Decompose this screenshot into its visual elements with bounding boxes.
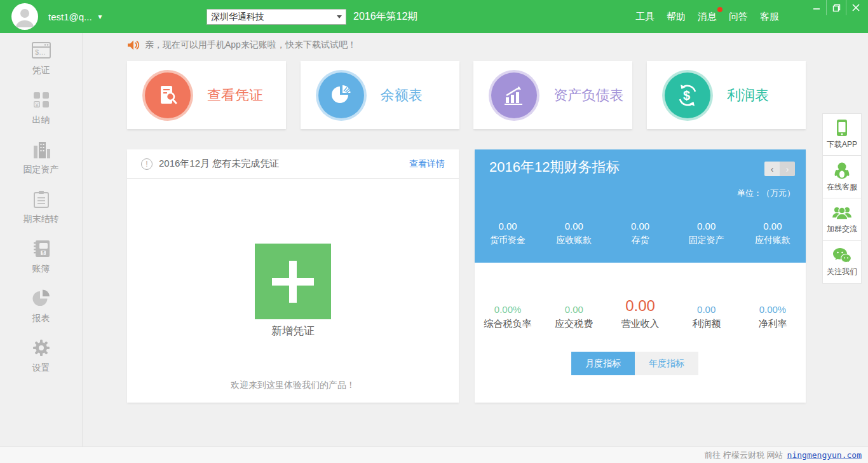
period-closing-icon <box>32 190 50 209</box>
footer: 前往 柠檬云财税 网站 ningmengyun.com <box>0 446 868 463</box>
user-menu[interactable]: test1@q... ▼ <box>48 0 104 33</box>
card-asset-liability[interactable]: 资产负债表 <box>473 61 632 129</box>
sidebar-label: 报表 <box>32 313 50 324</box>
minimize-icon <box>813 4 820 11</box>
menu-help[interactable]: 帮助 <box>665 8 687 25</box>
menu-tools[interactable]: 工具 <box>634 8 656 25</box>
svg-text:$: $ <box>683 88 690 102</box>
sidebar: $… 凭证 ¥ 出纳 固定资产 期末结转 $ 账簿 报表 设置 <box>0 33 83 446</box>
card-label: 利润表 <box>727 86 769 105</box>
asset-liability-icon <box>491 73 537 118</box>
company-select-value: 深圳华通科技 <box>211 11 337 23</box>
minimize-button[interactable] <box>806 0 826 15</box>
menu-qa[interactable]: 问答 <box>728 8 749 25</box>
notice-text: 亲，现在可以用手机App来记账啦，快来下载试试吧！ <box>145 39 356 51</box>
view-voucher-icon <box>145 73 191 118</box>
finance-tabs: 月度指标 年度指标 <box>571 352 698 375</box>
group-icon <box>832 205 852 221</box>
metric-tax-burden-rate: 0.00% 综合税负率 <box>475 297 541 330</box>
carousel-nav: ‹ › <box>764 162 795 176</box>
sidebar-label: 出纳 <box>32 114 50 126</box>
wechat-icon <box>832 247 851 264</box>
svg-text:¥: ¥ <box>34 102 39 108</box>
sidebar-item-settings[interactable]: 设置 <box>0 331 82 380</box>
close-button[interactable] <box>846 0 865 15</box>
cashier-icon: ¥ <box>32 90 50 109</box>
card-label: 资产负债表 <box>553 86 623 105</box>
select-caret-icon <box>337 15 342 18</box>
user-icon <box>14 6 36 29</box>
phone-icon <box>835 119 849 137</box>
window-controls <box>806 0 865 15</box>
card-view-voucher[interactable]: 查看凭证 <box>127 61 286 129</box>
restore-button[interactable] <box>826 0 846 15</box>
menu-messages[interactable]: 消息 <box>696 8 718 25</box>
top-metrics-row: 0.00 货币资金 0.00 应收账款 0.00 存货 0.00 固定资产 0.… <box>475 221 806 246</box>
period-label: 2016年第12期 <box>353 0 417 33</box>
sidebar-item-reports[interactable]: 报表 <box>0 281 82 331</box>
welcome-text: 欢迎来到这里体验我们的产品！ <box>127 380 459 391</box>
app-notice: 亲，现在可以用手机App来记账啦，快来下载试试吧！ <box>127 39 356 51</box>
ledger-icon: $ <box>32 239 51 258</box>
sidebar-item-fixed-assets[interactable]: 固定资产 <box>0 132 82 182</box>
carousel-prev-button[interactable]: ‹ <box>764 162 780 176</box>
svg-text:$: $ <box>42 251 44 255</box>
sidebar-item-period-closing[interactable]: 期末结转 <box>0 182 82 232</box>
profit-sheet-icon: $ <box>665 73 710 118</box>
carousel-next-button[interactable]: › <box>780 162 795 176</box>
unit-label: 单位：（万元） <box>737 188 795 199</box>
widget-download-app[interactable]: 下载APP <box>822 113 862 156</box>
sidebar-item-ledger[interactable]: $ 账簿 <box>0 232 82 281</box>
sidebar-label: 设置 <box>32 363 50 374</box>
metric-monetary-funds: 0.00 货币资金 <box>475 221 541 246</box>
widget-join-group[interactable]: 加群交流 <box>822 198 862 241</box>
card-balance-sheet[interactable]: 余额表 <box>301 61 459 129</box>
voucher-panel-header: ! 2016年12月 您有未完成凭证 查看详情 <box>127 149 459 179</box>
plus-icon <box>272 261 314 303</box>
finance-panel-blue-section: 2016年12期财务指标 ‹ › 单位：（万元） 0.00 货币资金 0.00 … <box>475 149 806 263</box>
restore-icon <box>832 4 841 12</box>
add-voucher-label: 新增凭证 <box>127 324 459 338</box>
chevron-down-icon: ▼ <box>97 13 104 20</box>
voucher-icon: $… <box>32 41 51 60</box>
view-details-link[interactable]: 查看详情 <box>409 158 445 170</box>
card-profit-sheet[interactable]: $ 利润表 <box>647 61 806 129</box>
menu-support[interactable]: 客服 <box>759 8 780 25</box>
widget-online-support[interactable]: 在线客服 <box>822 156 862 198</box>
footer-site-link[interactable]: ningmengyun.com <box>787 450 862 460</box>
widget-label: 下载APP <box>827 139 857 150</box>
tab-monthly-metrics[interactable]: 月度指标 <box>571 352 635 375</box>
sidebar-label: 凭证 <box>32 65 50 76</box>
company-select[interactable]: 深圳华通科技 <box>207 9 346 25</box>
metric-taxes-payable: 0.00 应交税费 <box>541 297 607 330</box>
speaker-icon <box>127 39 140 51</box>
widget-label: 关注我们 <box>827 266 857 277</box>
sidebar-label: 期末结转 <box>24 214 59 225</box>
sidebar-label: 账簿 <box>32 263 50 275</box>
info-icon: ! <box>141 158 153 170</box>
metric-profit: 0.00 利润额 <box>674 297 740 330</box>
tab-yearly-metrics[interactable]: 年度指标 <box>635 352 698 375</box>
balance-sheet-icon <box>318 73 364 118</box>
footer-text: 前往 柠檬云财税 网站 <box>704 450 783 461</box>
titlebar: test1@q... ▼ 深圳华通科技 2016年第12期 工具 帮助 消息 问… <box>0 0 868 33</box>
fixed-assets-icon <box>32 140 51 159</box>
metric-inventory: 0.00 存货 <box>607 221 673 246</box>
sidebar-item-cashier[interactable]: ¥ 出纳 <box>0 83 82 132</box>
sidebar-item-voucher[interactable]: $… 凭证 <box>0 33 82 83</box>
side-widget-rail: 下载APP 在线客服 加群交流 关注我们 <box>822 113 862 284</box>
widget-follow-us[interactable]: 关注我们 <box>822 241 862 284</box>
qq-icon <box>833 162 851 179</box>
unread-badge <box>717 7 722 12</box>
widget-label: 加群交流 <box>827 224 857 235</box>
metric-payables: 0.00 应付账款 <box>740 221 806 246</box>
settings-icon <box>32 338 51 357</box>
widget-label: 在线客服 <box>827 182 857 193</box>
voucher-panel-title: 2016年12月 您有未完成凭证 <box>159 158 403 170</box>
add-voucher-button[interactable] <box>255 244 331 319</box>
avatar[interactable] <box>11 3 38 30</box>
top-menu: 工具 帮助 消息 问答 客服 <box>634 0 780 33</box>
metric-receivables: 0.00 应收账款 <box>541 221 607 246</box>
voucher-panel: ! 2016年12月 您有未完成凭证 查看详情 新增凭证 欢迎来到这里体验我们的… <box>127 149 459 403</box>
metric-operating-revenue: 0.00 营业收入 <box>607 297 673 330</box>
